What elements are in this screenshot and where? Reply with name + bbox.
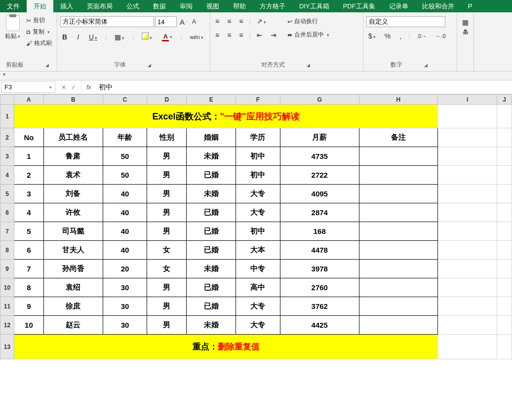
data-cell[interactable]: 50 xyxy=(103,147,147,166)
data-cell[interactable]: 已婚 xyxy=(187,278,236,297)
data-cell[interactable]: 已婚 xyxy=(187,222,236,241)
number-dialog-launcher[interactable]: ◢ xyxy=(422,62,430,69)
data-cell[interactable]: 女 xyxy=(147,260,187,278)
data-cell[interactable] xyxy=(359,316,438,335)
row-header[interactable]: 5 xyxy=(0,185,14,203)
tab-data[interactable]: 数据 xyxy=(146,0,173,12)
column-header[interactable]: H xyxy=(359,95,438,105)
data-cell[interactable] xyxy=(359,260,438,278)
column-header[interactable]: D xyxy=(147,95,187,105)
table-header-cell[interactable]: 备注 xyxy=(359,128,438,147)
border-button[interactable]: ▦▾ xyxy=(113,32,126,42)
data-cell[interactable] xyxy=(359,297,438,316)
data-cell[interactable]: 40 xyxy=(103,222,147,241)
data-cell[interactable]: 4095 xyxy=(280,185,359,203)
data-cell[interactable]: 男 xyxy=(147,166,187,185)
row-header[interactable]: 4 xyxy=(0,166,14,185)
comma-button[interactable]: , xyxy=(397,31,403,41)
data-cell[interactable]: 10 xyxy=(14,316,43,335)
wrap-text-button[interactable]: ↩ 自动换行 xyxy=(285,16,331,27)
data-cell[interactable]: 20 xyxy=(103,260,147,278)
data-cell[interactable]: 大专 xyxy=(236,203,280,222)
data-cell[interactable] xyxy=(359,166,438,185)
tab-file[interactable]: 文件 xyxy=(0,0,27,12)
row-header[interactable]: 13 xyxy=(0,335,14,359)
data-cell[interactable]: 大专 xyxy=(236,297,280,316)
copy-button[interactable]: ⧉ 复制▾ xyxy=(24,27,54,37)
data-cell[interactable]: 大本 xyxy=(236,241,280,260)
percent-button[interactable]: % xyxy=(383,31,393,41)
name-box[interactable]: F3▾ xyxy=(1,81,55,93)
decrease-font-button[interactable]: Aˇ xyxy=(190,17,200,26)
data-cell[interactable]: 大专 xyxy=(236,316,280,335)
data-cell[interactable]: 168 xyxy=(280,222,359,241)
merge-center-button[interactable]: ⬌ 合并后居中▾ xyxy=(285,30,331,40)
data-cell[interactable]: 30 xyxy=(103,278,147,297)
increase-indent-button[interactable]: ⇥ xyxy=(269,30,278,40)
tab-review[interactable]: 审阅 xyxy=(173,0,199,12)
data-cell[interactable]: 袁术 xyxy=(43,166,103,185)
data-cell[interactable]: 赵云 xyxy=(43,316,103,335)
column-header[interactable]: B xyxy=(43,95,103,105)
data-cell[interactable]: 已婚 xyxy=(187,241,236,260)
tab-diy[interactable]: DIY工具箱 xyxy=(292,0,336,12)
tab-insert[interactable]: 插入 xyxy=(53,0,80,12)
data-cell[interactable]: 袁绍 xyxy=(43,278,103,297)
data-cell[interactable]: 4735 xyxy=(280,147,359,166)
align-middle-button[interactable]: ≡ xyxy=(225,16,233,26)
tab-pdf[interactable]: PDF工具集 xyxy=(336,0,382,12)
data-cell[interactable]: 孙尚香 xyxy=(43,260,103,278)
table-header-cell[interactable]: 婚姻 xyxy=(187,128,236,147)
format-painter-button[interactable]: 🖌 格式刷 xyxy=(24,38,54,48)
data-cell[interactable]: 4 xyxy=(14,203,43,222)
conditional-format-button[interactable]: ▦ xyxy=(460,17,471,27)
data-cell[interactable] xyxy=(359,241,438,260)
ribbon-collapse-row[interactable]: ▾ xyxy=(0,72,512,80)
data-cell[interactable] xyxy=(359,222,438,241)
data-cell[interactable]: 3978 xyxy=(280,260,359,278)
tab-compare[interactable]: 比较和合并 xyxy=(415,0,461,12)
data-cell[interactable]: 2 xyxy=(14,166,43,185)
data-cell[interactable]: 男 xyxy=(147,278,187,297)
data-cell[interactable]: 甘夫人 xyxy=(43,241,103,260)
data-cell[interactable]: 40 xyxy=(103,185,147,203)
fx-button[interactable]: fx xyxy=(81,80,96,94)
formula-input[interactable] xyxy=(96,80,512,94)
bold-button[interactable]: B xyxy=(60,32,69,42)
data-cell[interactable]: 40 xyxy=(103,241,147,260)
phonetic-button[interactable]: wén▾ xyxy=(188,33,205,41)
increase-decimal-button[interactable]: .0→ xyxy=(415,32,429,40)
table-header-cell[interactable]: 年龄 xyxy=(103,128,147,147)
table-header-cell[interactable]: 月薪 xyxy=(280,128,359,147)
data-cell[interactable] xyxy=(359,278,438,297)
font-color-button[interactable]: A▾ xyxy=(160,31,174,42)
tab-page-layout[interactable]: 页面布局 xyxy=(80,0,119,12)
tab-record[interactable]: 记录单 xyxy=(382,0,415,12)
align-center-button[interactable]: ≡ xyxy=(225,30,233,40)
data-cell[interactable]: 已婚 xyxy=(187,166,236,185)
alignment-dialog-launcher[interactable]: ◢ xyxy=(305,62,312,69)
tab-p[interactable]: P xyxy=(461,0,479,12)
column-header[interactable]: C xyxy=(103,95,147,105)
row-header[interactable]: 6 xyxy=(0,203,14,222)
tab-fangfang[interactable]: 方方格子 xyxy=(253,0,292,12)
data-cell[interactable]: 初中 xyxy=(236,222,280,241)
data-cell[interactable]: 初中 xyxy=(236,166,280,185)
align-left-button[interactable]: ≡ xyxy=(213,30,221,40)
decrease-indent-button[interactable]: ⇤ xyxy=(255,30,265,40)
orientation-button[interactable]: ⇗▾ xyxy=(255,16,268,26)
data-cell[interactable]: 中专 xyxy=(236,260,280,278)
data-cell[interactable]: 4425 xyxy=(280,316,359,335)
data-cell[interactable]: 未婚 xyxy=(187,185,236,203)
column-header[interactable]: J xyxy=(497,95,512,105)
data-cell[interactable]: 4478 xyxy=(280,241,359,260)
data-cell[interactable]: 鲁肃 xyxy=(43,147,103,166)
data-cell[interactable]: 徐庶 xyxy=(43,297,103,316)
tab-home[interactable]: 开始 xyxy=(27,0,53,12)
spreadsheet-grid[interactable]: ABCDEFGHIJ1 Excel函数公式："一键"应用技巧解读 2No员工姓名… xyxy=(0,94,512,359)
table-header-cell[interactable]: 性别 xyxy=(147,128,187,147)
row-header[interactable]: 8 xyxy=(0,241,14,260)
data-cell[interactable]: 男 xyxy=(147,316,187,335)
column-header[interactable]: A xyxy=(14,95,43,105)
increase-font-button[interactable]: Aˆ xyxy=(178,17,189,27)
